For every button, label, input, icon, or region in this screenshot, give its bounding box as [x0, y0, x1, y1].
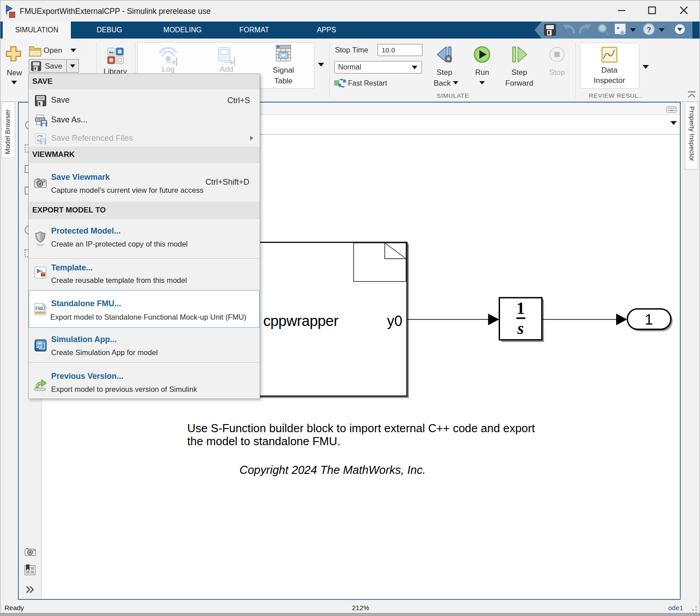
svg-text:s: s: [517, 319, 524, 338]
svg-text:1: 1: [517, 299, 525, 317]
svg-text:Use S-Function builder block t: Use S-Function builder block to import e…: [187, 422, 535, 434]
svg-text:1: 1: [645, 311, 653, 328]
svg-text:y0: y0: [387, 313, 402, 329]
svg-text:Copyright 2024 The MathWorks,: Copyright 2024 The MathWorks, Inc.: [239, 464, 426, 476]
svg-text:cppwrapper: cppwrapper: [263, 312, 339, 329]
svg-text:FMU: FMU: [35, 306, 45, 311]
svg-text:the model to standalone FMU.: the model to standalone FMU.: [187, 435, 341, 447]
